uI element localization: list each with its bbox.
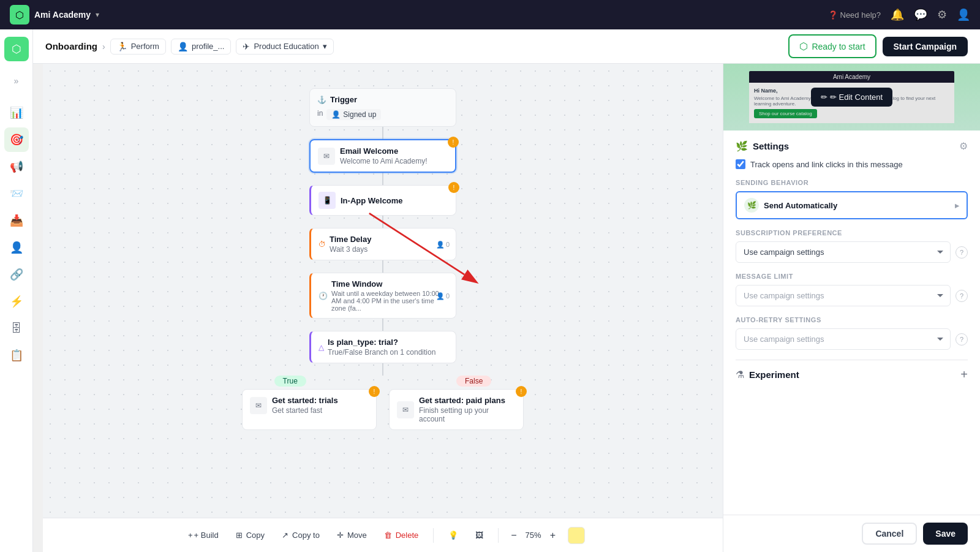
inapp-welcome-node[interactable]: 📱 In-App Welcome !	[309, 185, 456, 216]
sidebar-item-campaigns[interactable]: 🎯	[4, 127, 29, 152]
sidebar-item-analytics[interactable]: 📊	[4, 100, 29, 125]
user-avatar[interactable]: 👤	[957, 8, 970, 21]
email-welcome-node[interactable]: ✉ Email Welcome Welcome to Ami Academy! …	[309, 139, 456, 173]
sidebar-item-broadcasts[interactable]: 📢	[4, 154, 29, 179]
auto-retry-help-icon[interactable]: ?	[956, 333, 968, 346]
bulb-button[interactable]: 💡	[441, 526, 466, 545]
profile-icon: 👤	[178, 42, 188, 51]
trigger-node[interactable]: ⚓ Trigger in 👤 Signed up	[309, 88, 456, 127]
sidebar-item-integrations[interactable]: 🔗	[4, 262, 29, 287]
nav-right-actions: ❓ Need help? 🔔 💬 ⚙ 👤	[828, 8, 971, 21]
message-limit-row: Use campaign settings ?	[736, 285, 968, 306]
condition-icon: △	[318, 343, 324, 352]
sending-behavior-label: SENDING BEHAVIOR	[736, 179, 968, 186]
copy-to-icon: ↗	[282, 531, 288, 540]
message-limit-help-icon[interactable]: ?	[956, 290, 968, 302]
brand-name: Ami Academy	[34, 10, 91, 20]
sidebar-item-people[interactable]: 👤	[4, 235, 29, 260]
divider	[498, 528, 499, 543]
build-icon: +	[188, 531, 193, 540]
ready-icon: ⬡	[799, 40, 808, 52]
people-count: 👤 0	[436, 292, 450, 300]
campaign-name-button[interactable]: ✈ Product Education ▾	[236, 39, 333, 55]
track-opens-checkbox[interactable]	[736, 159, 745, 169]
zoom-in-button[interactable]: +	[545, 527, 560, 543]
send-behavior-select[interactable]: 🌿 Send Automatically ▸	[736, 191, 968, 219]
workflow-canvas[interactable]: ⚓ Trigger in 👤 Signed up ✉ Email Welcome…	[43, 64, 723, 518]
condition-node[interactable]: △ Is plan_type: trial? True/False Branch…	[309, 331, 456, 363]
settings-section-header: 🌿 Settings ⚙	[736, 140, 968, 152]
connector	[382, 260, 383, 273]
edit-icon: ✏	[821, 93, 827, 102]
color-swatch[interactable]	[568, 527, 585, 544]
settings-gear-icon[interactable]: ⚙	[959, 140, 968, 152]
window-icon: 🕐	[318, 292, 328, 300]
inapp-icon: 📱	[318, 192, 336, 209]
false-email-icon: ✉	[397, 401, 414, 418]
move-button[interactable]: ✛ Move	[330, 526, 374, 545]
time-delay-node[interactable]: ⏱ Time Delay Wait 3 days 👤 0	[309, 228, 456, 260]
false-label: False	[456, 376, 491, 387]
image-button[interactable]: 🖼	[468, 526, 491, 545]
help-icon: ❓	[828, 10, 838, 20]
sidebar-item-activity[interactable]: ⚡	[4, 289, 29, 314]
profile-button[interactable]: 👤 profile_...	[171, 39, 231, 55]
move-icon: ✛	[337, 531, 344, 540]
connector	[382, 216, 383, 228]
perform-button[interactable]: 🏃 Perform	[110, 39, 166, 55]
settings-leaf-icon: 🌿	[736, 140, 748, 152]
branch-container: True False ✉ Get started: trials Get sta…	[199, 376, 567, 430]
experiment-add-button[interactable]: +	[960, 368, 968, 382]
message-limit-select[interactable]: Use campaign settings	[736, 285, 951, 306]
cancel-button[interactable]: Cancel	[862, 523, 917, 545]
workflow-diagram: ⚓ Trigger in 👤 Signed up ✉ Email Welcome…	[199, 88, 567, 430]
preview-overlay: ✏ ✏ Edit Content	[723, 63, 980, 130]
delete-button[interactable]: 🗑 Delete	[377, 526, 426, 545]
copy-button[interactable]: ⊞ Copy	[228, 526, 272, 545]
nav-brand-section: ⬡ Ami Academy ▾	[10, 5, 99, 25]
subscription-help-icon[interactable]: ?	[956, 246, 968, 259]
subscription-select[interactable]: Use campaign settings	[736, 241, 951, 263]
edit-content-button[interactable]: ✏ ✏ Edit Content	[811, 88, 892, 107]
track-opens-label: Track opens and link clicks in this mess…	[750, 160, 903, 169]
message-limit-label: MESSAGE LIMIT	[736, 273, 968, 280]
top-navigation: ⬡ Ami Academy ▾ ❓ Need help? 🔔 💬 ⚙ 👤	[0, 0, 980, 29]
save-button[interactable]: Save	[923, 523, 968, 545]
time-window-node[interactable]: 🕐 Time Window Wait until a weekday betwe…	[309, 273, 456, 319]
sub-header-breadcrumbs: Onboarding › 🏃 Perform 👤 profile_... ✈ P…	[45, 39, 334, 55]
build-button[interactable]: + + Build	[181, 526, 226, 545]
brand-chevron[interactable]: ▾	[96, 10, 99, 19]
zoom-out-button[interactable]: −	[506, 527, 521, 543]
chat-icon[interactable]: 💬	[914, 8, 927, 21]
auto-retry-label: AUTO-RETRY SETTINGS	[736, 316, 968, 323]
sidebar-expand-icon[interactable]: »	[4, 69, 29, 93]
branch-nodes: ✉ Get started: trials Get started fast !…	[242, 389, 524, 430]
right-panel: Build › Email Welcome ✏ ✕ Ami Academy Hi…	[723, 29, 980, 552]
sidebar-item-reports[interactable]: 📋	[4, 343, 29, 368]
auto-retry-select[interactable]: Use campaign settings	[736, 328, 951, 350]
left-sidebar: ⬡ » 📊 🎯 📢 📨 📥 👤 🔗 ⚡ 🗄 📋	[0, 29, 33, 552]
sidebar-item-inbox[interactable]: 📥	[4, 208, 29, 233]
settings-icon[interactable]: ⚙	[937, 8, 947, 21]
panel-footer: Cancel Save	[723, 515, 980, 552]
sub-header: Onboarding › 🏃 Perform 👤 profile_... ✈ P…	[33, 29, 980, 64]
sidebar-item-messages[interactable]: 📨	[4, 181, 29, 206]
panel-body: 🌿 Settings ⚙ Track opens and link clicks…	[723, 130, 980, 515]
connector	[382, 363, 383, 376]
true-branch-node[interactable]: ✉ Get started: trials Get started fast !	[242, 389, 377, 430]
sidebar-item-data[interactable]: 🗄	[4, 316, 29, 341]
auto-retry-row: Use campaign settings ?	[736, 328, 968, 350]
bulb-icon: 💡	[448, 531, 458, 540]
copy-to-button[interactable]: ↗ Copy to	[274, 526, 327, 545]
subscription-label: SUBSCRIPTION PREFERENCE	[736, 229, 968, 236]
start-campaign-button[interactable]: Start Campaign	[883, 37, 968, 56]
logo-icon[interactable]: ⬡	[4, 37, 29, 61]
email-icon: ✉	[318, 148, 335, 165]
help-link[interactable]: ❓ Need help?	[828, 10, 881, 20]
warning-badge: !	[448, 182, 459, 193]
ready-to-start-button[interactable]: ⬡ Ready to start	[788, 34, 876, 58]
divider	[433, 528, 434, 543]
false-branch-node[interactable]: ✉ Get started: paid plans Finish setting…	[389, 389, 524, 430]
notification-icon[interactable]: 🔔	[891, 8, 904, 21]
image-icon: 🖼	[475, 531, 483, 540]
